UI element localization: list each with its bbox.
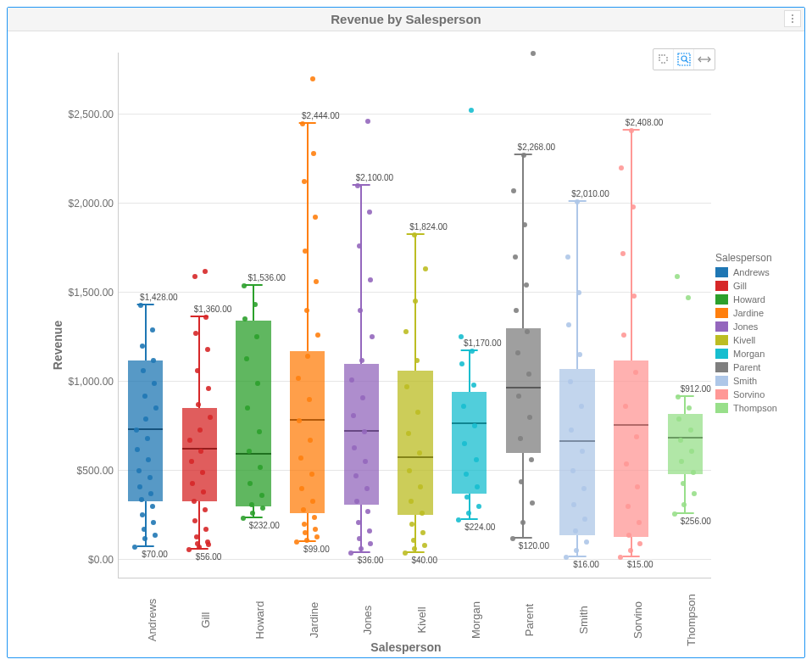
data-point[interactable]	[570, 468, 576, 473]
data-point[interactable]	[153, 533, 158, 538]
data-point[interactable]	[631, 204, 636, 210]
data-point[interactable]	[142, 536, 147, 541]
data-point[interactable]	[197, 428, 203, 433]
data-point[interactable]	[626, 533, 631, 538]
data-point[interactable]	[136, 468, 142, 473]
data-point[interactable]	[309, 472, 314, 477]
data-point[interactable]	[470, 349, 475, 354]
data-point[interactable]	[140, 512, 145, 517]
data-point[interactable]	[407, 468, 412, 473]
data-point[interactable]	[257, 429, 262, 434]
data-point[interactable]	[310, 499, 315, 504]
data-point[interactable]	[466, 511, 471, 516]
data-point[interactable]	[153, 405, 159, 411]
data-point[interactable]	[359, 358, 364, 363]
data-point[interactable]	[308, 438, 313, 443]
data-point[interactable]	[634, 434, 639, 439]
data-point[interactable]	[518, 436, 523, 441]
data-point[interactable]	[297, 418, 302, 423]
legend-item-jardine[interactable]: Jardine	[715, 308, 796, 318]
data-point[interactable]	[637, 541, 642, 546]
data-point[interactable]	[575, 199, 580, 204]
data-point[interactable]	[139, 497, 144, 502]
data-point[interactable]	[577, 352, 582, 357]
data-point[interactable]	[244, 356, 249, 361]
data-point[interactable]	[357, 536, 362, 541]
data-point[interactable]	[525, 329, 530, 334]
legend-item-parent[interactable]: Parent	[715, 362, 796, 372]
data-point[interactable]	[358, 308, 363, 313]
data-point[interactable]	[303, 530, 308, 535]
data-point[interactable]	[675, 274, 680, 279]
data-point[interactable]	[418, 484, 423, 489]
boxplot-parent[interactable]: $2,268.00$120.00	[506, 52, 541, 578]
boxplot-howard[interactable]: $1,536.00$232.00	[236, 52, 270, 578]
data-point[interactable]	[571, 502, 576, 507]
data-point[interactable]	[307, 397, 312, 402]
data-point[interactable]	[582, 517, 587, 522]
data-point[interactable]	[691, 470, 696, 475]
data-point[interactable]	[310, 76, 315, 81]
data-point[interactable]	[302, 522, 307, 527]
legend-item-jones[interactable]: Jones	[715, 321, 796, 332]
boxplot-jones[interactable]: $2,100.00$36.00	[344, 52, 379, 578]
boxplot-morgan[interactable]: $1,170.00$224.00	[452, 52, 487, 578]
data-point[interactable]	[365, 509, 370, 514]
data-point[interactable]	[205, 539, 210, 545]
data-point[interactable]	[205, 347, 210, 352]
data-point[interactable]	[300, 121, 305, 126]
data-point[interactable]	[242, 316, 247, 321]
data-point[interactable]	[241, 516, 246, 521]
data-point[interactable]	[250, 511, 255, 516]
data-point[interactable]	[628, 548, 633, 553]
data-point[interactable]	[620, 251, 626, 256]
data-point[interactable]	[208, 415, 213, 420]
data-point[interactable]	[258, 465, 263, 470]
data-point[interactable]	[522, 222, 527, 227]
data-point[interactable]	[247, 481, 253, 486]
data-point[interactable]	[686, 295, 691, 300]
x-tick-label[interactable]: Smith	[577, 606, 590, 634]
data-point[interactable]	[462, 441, 467, 446]
data-point[interactable]	[520, 520, 526, 525]
data-point[interactable]	[423, 266, 428, 271]
data-point[interactable]	[311, 151, 316, 156]
data-point[interactable]	[474, 457, 479, 462]
data-point[interactable]	[417, 450, 422, 455]
data-point[interactable]	[529, 457, 534, 462]
data-point[interactable]	[621, 332, 626, 338]
data-point[interactable]	[406, 431, 411, 436]
data-point[interactable]	[314, 534, 320, 539]
data-point[interactable]	[355, 183, 360, 188]
data-point[interactable]	[681, 481, 686, 486]
data-point[interactable]	[530, 500, 535, 506]
x-tick-label[interactable]: Parent	[523, 604, 536, 636]
boxplot-gill[interactable]: $1,360.00$56.00	[182, 52, 217, 578]
data-point[interactable]	[635, 484, 640, 489]
data-point[interactable]	[510, 536, 515, 541]
data-point[interactable]	[260, 506, 265, 511]
data-point[interactable]	[676, 416, 681, 422]
boxplot-sorvino[interactable]: $2,408.00$15.00	[614, 52, 648, 578]
data-point[interactable]	[315, 332, 320, 338]
data-point[interactable]	[186, 547, 192, 552]
data-point[interactable]	[359, 546, 364, 551]
data-point[interactable]	[305, 354, 310, 359]
data-point[interactable]	[404, 384, 409, 389]
data-point[interactable]	[351, 413, 356, 418]
data-point[interactable]	[245, 405, 250, 411]
data-point[interactable]	[623, 404, 628, 409]
data-point[interactable]	[414, 358, 420, 363]
data-point[interactable]	[565, 254, 570, 260]
data-point[interactable]	[515, 350, 520, 355]
data-point[interactable]	[140, 344, 145, 349]
data-point[interactable]	[569, 428, 574, 433]
legend-item-kivell[interactable]: Kivell	[715, 335, 796, 345]
data-point[interactable]	[365, 119, 370, 124]
data-point[interactable]	[580, 449, 585, 454]
data-point[interactable]	[679, 459, 684, 464]
data-point[interactable]	[633, 370, 638, 375]
data-point[interactable]	[299, 486, 304, 491]
data-point[interactable]	[511, 188, 516, 193]
data-point[interactable]	[403, 329, 409, 334]
